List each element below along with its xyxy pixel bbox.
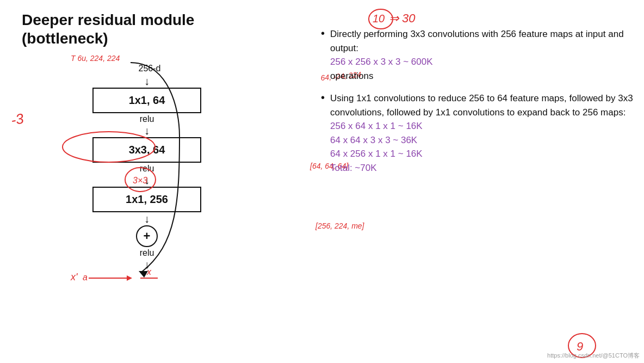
title-block: Deeper residual module (bottleneck) [22, 11, 305, 47]
bullet2-text-body: Using 1x1 convolutions to reduce 256 to … [330, 93, 633, 118]
box-1x1-256: 1x1, 256 [92, 187, 201, 212]
svg-text:-3: -3 [10, 110, 26, 128]
label-256d: 256-d [60, 64, 239, 73]
bullet1-purple: 256 x 256 x 3 x 3 ~ 600K [330, 57, 433, 67]
arrow-down-3: ↓ [54, 175, 239, 186]
right-panel: • Directly performing 3x3 convolutions w… [315, 0, 644, 363]
watermark: https://blog.csdn.net/@51CTO博客 [547, 352, 640, 360]
arrow-down-5: ↓ [54, 259, 239, 270]
bullet-text-1: Directly performing 3x3 convolutions wit… [330, 27, 633, 83]
left-panel: Deeper residual module (bottleneck) 256-… [0, 0, 315, 363]
arrow-down-4: ↓ [54, 213, 239, 224]
page-container: Deeper residual module (bottleneck) 256-… [0, 0, 644, 363]
relu-label-1: relu [54, 114, 239, 124]
bullet-item-2: • Using 1x1 convolutions to reduce 256 t… [321, 91, 633, 175]
bullet2-purple-1: 256 x 64 x 1 x 1 ~ 16K [330, 121, 423, 131]
relu-label-2: relu [54, 164, 239, 174]
relu-label-3: relu [54, 248, 239, 258]
bullet-dot-1: • [321, 27, 325, 40]
bullet-dot-2: • [321, 91, 325, 104]
main-title-line1: Deeper residual module [22, 11, 305, 29]
bullet2-purple-total: Total: ~70K [330, 163, 377, 173]
arrow-down-2: ↓ [54, 125, 239, 136]
main-title-line2: (bottleneck) [22, 29, 305, 48]
bullet2-purple-2: 64 x 64 x 3 x 3 ~ 36K [330, 135, 417, 145]
bullet2-purple-3: 64 x 256 x 1 x 1 ~ 16K [330, 149, 423, 159]
box-3x3-64: 3x3, 64 [92, 137, 201, 163]
svg-text:a: a [83, 273, 88, 282]
bullet-item-1: • Directly performing 3x3 convolutions w… [321, 27, 633, 83]
svg-text:T 6u, 224, 224: T 6u, 224, 224 [71, 54, 120, 63]
bullet-text-2: Using 1x1 convolutions to reduce 256 to … [330, 91, 633, 175]
diagram-area: 256-d ↓ 1x1, 64 relu ↓ 3x3, 64 relu ↓ 1x… [54, 64, 239, 270]
bullet-section: • Directly performing 3x3 convolutions w… [321, 27, 633, 175]
arrow-down-1: ↓ [54, 76, 239, 87]
svg-marker-15 [127, 275, 132, 281]
bullet1-text-operations: operations [330, 71, 373, 81]
plus-circle: + [136, 225, 158, 247]
box-1x1-64: 1x1, 64 [92, 88, 201, 113]
bullet1-text-before: Directly performing 3x3 convolutions wit… [330, 29, 624, 53]
svg-text:x': x' [70, 272, 78, 282]
svg-marker-0 [139, 271, 148, 278]
